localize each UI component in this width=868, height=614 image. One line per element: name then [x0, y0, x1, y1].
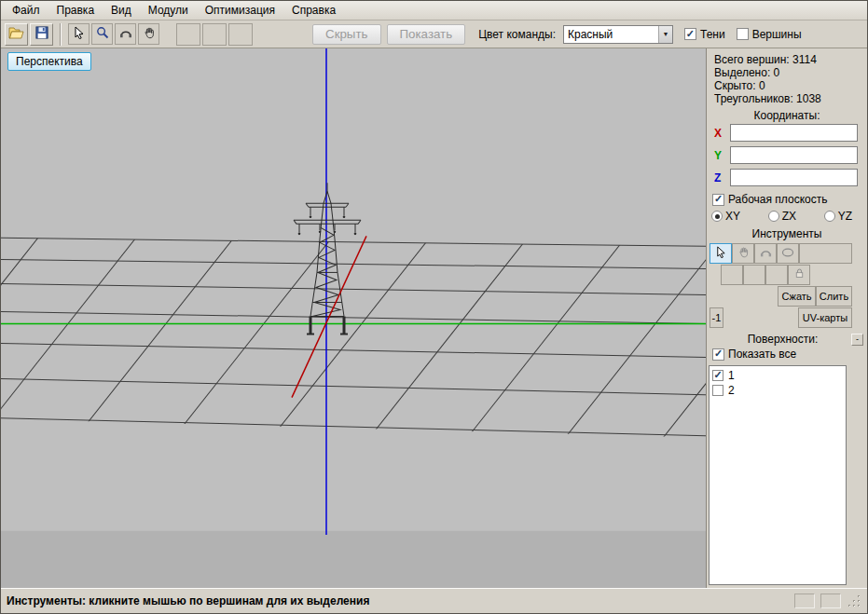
panel-empty-tool-button-3[interactable]: [743, 265, 765, 285]
pan-tool-button[interactable]: [138, 23, 159, 45]
surface-list-item[interactable]: 2: [710, 383, 845, 398]
merge-button[interactable]: Слить: [816, 286, 852, 307]
hide-button[interactable]: Скрыть: [312, 24, 381, 45]
tool-row-4: -1 UV-карты: [707, 307, 867, 328]
plane-xy-radio[interactable]: [711, 211, 723, 222]
shadows-label: Тени: [700, 28, 725, 41]
vertices-checkbox[interactable]: [737, 28, 749, 40]
viewport-canvas[interactable]: [1, 48, 706, 588]
stat-triangles: Треугольников: 1038: [714, 92, 860, 105]
menu-help[interactable]: Справка: [283, 2, 344, 19]
perspective-view-button[interactable]: Перспектива: [7, 52, 91, 71]
plane-zx-radio[interactable]: [768, 211, 779, 222]
toolbar: Скрыть Показать Цвет команды: Красный ▼ …: [1, 20, 867, 48]
surfaces-options-button[interactable]: -: [851, 334, 863, 346]
menu-bar: Файл Правка Вид Модули Оптимизация Справ…: [1, 1, 867, 20]
surface-1-label: 1: [728, 369, 735, 382]
surface-2-checkbox[interactable]: [712, 385, 723, 396]
surfaces-listbox[interactable]: 1 2: [709, 365, 847, 585]
surface-1-checkbox[interactable]: [712, 370, 723, 381]
plane-xy-option[interactable]: XY: [711, 210, 740, 223]
surface-list-item[interactable]: 1: [710, 368, 845, 383]
zoom-tool-button[interactable]: [91, 23, 113, 45]
menu-view[interactable]: Вид: [103, 2, 140, 19]
plane-yz-option[interactable]: YZ: [824, 210, 852, 223]
vertices-label: Вершины: [752, 28, 802, 41]
tower-model: [294, 183, 361, 334]
ground-grid: [1, 238, 706, 435]
coord-z-input[interactable]: [730, 169, 858, 186]
team-color-select[interactable]: Красный ▼: [563, 25, 673, 44]
main-area: Перспектива Всего вершин: 3114 Выделено:…: [1, 48, 867, 588]
tool-row-2: [707, 264, 867, 285]
toolbar-empty-button-2[interactable]: [202, 23, 227, 46]
panel-empty-tool-button-4[interactable]: [765, 265, 788, 285]
team-color-label: Цвет команды:: [478, 28, 556, 41]
panel-pan-tool-button[interactable]: [732, 243, 754, 264]
viewport-3d[interactable]: Перспектива: [1, 48, 707, 588]
uv-maps-button[interactable]: UV-карты: [798, 307, 852, 328]
plane-radio-row: XY ZX YZ: [707, 208, 867, 225]
cursor-arrow-icon: [73, 26, 85, 42]
model-stats: Всего вершин: 3114 Выделено: 0 Скрыто: 0…: [707, 52, 867, 106]
plane-zx-option[interactable]: ZX: [768, 210, 796, 223]
magnifier-icon: [96, 26, 109, 42]
menu-file[interactable]: Файл: [4, 2, 48, 19]
compress-button[interactable]: Сжать: [778, 286, 816, 307]
plane-yz-label: YZ: [838, 210, 852, 223]
show-all-checkbox[interactable]: [712, 348, 724, 361]
right-panel: Всего вершин: 3114 Выделено: 0 Скрыто: 0…: [707, 48, 867, 588]
coordinates-label: Координаты:: [707, 109, 867, 122]
show-button[interactable]: Показать: [387, 24, 466, 45]
show-all-label: Показать все: [728, 348, 796, 361]
minus-one-button[interactable]: -1: [710, 307, 723, 328]
open-folder-icon: [8, 26, 24, 42]
team-color-value: Красный: [564, 28, 658, 41]
menu-modules[interactable]: Модули: [140, 2, 197, 19]
select-tool-button[interactable]: [68, 23, 90, 45]
resize-grip-icon[interactable]: [847, 594, 861, 608]
plane-yz-radio[interactable]: [824, 211, 835, 222]
panel-rotate-tool-button[interactable]: [754, 243, 777, 264]
status-bar: Инструменты: кликните мышью по вершинам …: [1, 588, 867, 613]
rotate-tool-button[interactable]: [115, 23, 136, 45]
hand-icon: [143, 26, 156, 42]
app-window: Файл Правка Вид Модули Оптимизация Справ…: [0, 0, 868, 614]
ground-grid-diagonals: [1, 225, 706, 449]
save-button[interactable]: [30, 23, 53, 46]
menu-optimization[interactable]: Оптимизация: [197, 2, 283, 19]
orbit-icon: [760, 246, 772, 260]
floppy-disk-icon: [35, 26, 48, 42]
show-all-row: Показать все: [707, 346, 867, 362]
open-file-button[interactable]: [5, 23, 28, 46]
ellipse-icon: [781, 247, 794, 260]
chevron-down-icon[interactable]: ▼: [658, 26, 672, 43]
cursor-arrow-icon: [715, 246, 726, 260]
shadows-checkbox[interactable]: [684, 28, 696, 40]
toolbar-empty-button-1[interactable]: [176, 23, 200, 46]
shadows-checkbox-row: Тени: [684, 28, 725, 41]
panel-select-tool-button[interactable]: [710, 243, 732, 264]
tools-label: Инструменты: [707, 227, 867, 240]
panel-empty-tool-button-2[interactable]: [721, 265, 743, 285]
status-message: Инструменты: кликните мышью по вершинам …: [7, 594, 369, 607]
menu-edit[interactable]: Правка: [48, 2, 103, 19]
hand-icon: [737, 246, 750, 260]
coord-y-input[interactable]: [730, 146, 858, 164]
toolbar-separator: [60, 23, 62, 46]
status-cell-2: [820, 594, 841, 608]
panel-empty-tool-button-1[interactable]: [799, 243, 852, 264]
toolbar-empty-button-3[interactable]: [228, 23, 253, 46]
coord-z-row: Z: [707, 169, 867, 186]
panel-lock-tool-button[interactable]: [788, 265, 810, 285]
orbit-icon: [119, 26, 132, 42]
axis-z-label: Z: [714, 171, 725, 184]
coord-x-input[interactable]: [730, 124, 858, 142]
viewport-lower-strip: [1, 531, 706, 588]
tool-row-1: [707, 242, 867, 264]
work-plane-checkbox[interactable]: [712, 194, 724, 206]
work-plane-label: Рабочая плоскость: [728, 193, 827, 206]
coord-x-row: X: [707, 124, 867, 142]
panel-ellipse-tool-button[interactable]: [777, 243, 799, 264]
axis-y-label: Y: [714, 149, 725, 162]
